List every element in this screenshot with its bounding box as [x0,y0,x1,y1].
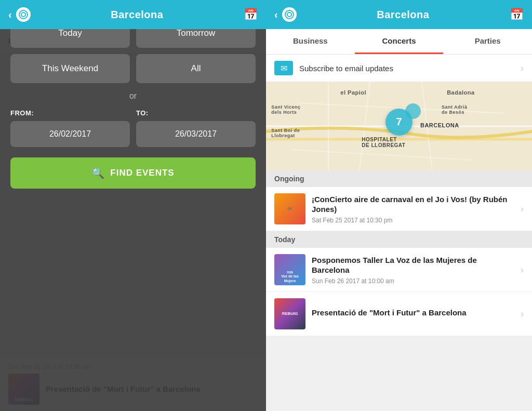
thumb-carnaval-text: 🎶 [287,206,292,211]
thumb-mujeres-text: nzaVoz de las Mujere [276,270,303,283]
right-panel: ‹ Barcelona 📅 Business Concerts Parties … [266,0,532,411]
email-icon: ✉ [274,61,293,75]
thumb-rebuig-text: REBUIG [282,311,298,316]
calendar-icon[interactable]: 📅 [244,8,258,21]
map-label-santadria: Sant Adriàde Besòs [442,104,468,115]
map-label-hospitalet: HOSPITALETDE LLOBREGAT [362,137,405,148]
event-info-carnaval: ¡ConCierto aire de carnaval en el Jo i V… [312,194,514,224]
right-header-left: ‹ [274,7,297,22]
event-chevron-carnaval-icon: › [521,204,524,215]
event-date-mujeres: Sun Feb 26 2017 at 10:00 am [312,277,514,285]
section-header-today: Today [266,231,532,248]
event-item-rebuig[interactable]: REBUIG Presentació de "Mort i Futur" a B… [266,292,532,336]
to-date-input[interactable]: 26/03/2017 [136,121,256,147]
email-envelope-icon: ✉ [281,63,287,73]
tab-business[interactable]: Business [266,29,355,54]
map-label-santboi: Sant Boi deLlobregat [271,128,300,138]
thumb-mujeres-bg: nzaVoz de las Mujere [274,254,305,285]
events-list: Ongoing 🎶 ¡ConCierto aire de carnaval en… [266,170,532,411]
event-chevron-mujeres-icon: › [521,264,524,275]
event-thumb-mujeres: nzaVoz de las Mujere [274,254,305,285]
tabs-bar: Business Concerts Parties [266,29,532,55]
back-button[interactable]: ‹ [8,9,12,21]
cluster-bubble-secondary [405,103,421,119]
search-icon: 🔍 [91,167,105,179]
or-divider: or [123,91,143,101]
event-info-mujeres: Posponemos Taller La Voz de las Mujeres … [312,255,514,285]
tab-concerts[interactable]: Concerts [355,29,444,54]
map-label-papiol: el Papiol [340,89,366,96]
left-header: ‹ Barcelona 📅 [0,0,266,29]
from-label: FROM: [10,109,130,117]
to-label: TO: [136,109,256,117]
header-title: Barcelona [111,9,163,21]
map-cluster[interactable]: 7 [385,109,413,136]
from-date-input[interactable]: 26/02/2017 [10,121,130,147]
subscribe-chevron-icon: › [521,63,524,74]
event-item-mujeres[interactable]: nzaVoz de las Mujere Posponemos Taller L… [266,248,532,292]
svg-line-6 [292,150,474,160]
tab-parties[interactable]: Parties [443,29,532,54]
event-title-carnaval: ¡ConCierto aire de carnaval en el Jo i V… [312,194,514,215]
logo-inner [19,10,28,19]
subscribe-label: Subscribe to email updates [299,64,514,73]
event-thumb-carnaval: 🎶 [274,193,305,224]
cluster-count: 7 [396,116,402,128]
header-left: ‹ [8,7,31,22]
event-title-rebuig: Presentació de "Mort i Futur" a Barcelon… [312,308,514,318]
date-filter-overlay: Today Tomorrow This Weekend All or FROM:… [0,0,266,411]
right-header-title: Barcelona [377,9,429,21]
event-info-rebuig: Presentació de "Mort i Futur" a Barcelon… [312,308,514,320]
event-title-mujeres: Posponemos Taller La Voz de las Mujeres … [312,255,514,275]
event-chevron-rebuig-icon: › [521,309,524,320]
map-label-santvicenc: Sant Vicençdels Horts [271,104,300,115]
map-area[interactable]: el Papiol Badalona Sant Vicençdels Horts… [266,82,532,170]
date-range-inputs: 26/02/2017 26/03/2017 [10,121,256,147]
map-label-barcelona: BARCELONA [420,122,459,128]
right-calendar-icon[interactable]: 📅 [510,8,524,21]
cluster-group: 7 [385,109,413,136]
subscribe-bar[interactable]: ✉ Subscribe to email updates › [266,55,532,82]
this-weekend-button[interactable]: This Weekend [10,54,130,83]
all-button[interactable]: All [136,54,256,83]
right-app-logo [282,7,297,22]
event-thumb-rebuig: REBUIG [274,298,305,329]
map-label-badalona: Badalona [447,89,475,96]
event-item-carnaval[interactable]: 🎶 ¡ConCierto aire de carnaval en el Jo i… [266,187,532,231]
date-range-labels: FROM: TO: [10,109,256,117]
section-header-ongoing: Ongoing [266,170,532,187]
find-events-label: FIND EVENTS [110,168,174,178]
right-logo-inner [285,10,294,19]
app-logo [16,7,31,22]
thumb-rebuig-bg: REBUIG [274,298,305,329]
right-header: ‹ Barcelona 📅 [266,0,532,29]
left-panel: B s ‹ Barcelona 📅 Today Tomorrow This We… [0,0,266,411]
thumb-carnaval-bg: 🎶 [274,193,305,224]
find-events-button[interactable]: 🔍 FIND EVENTS [10,157,256,189]
date-range-section: FROM: TO: 26/02/2017 26/03/2017 [10,109,256,147]
event-date-carnaval: Sat Feb 25 2017 at 10:30 pm [312,217,514,224]
right-back-button[interactable]: ‹ [274,9,278,21]
